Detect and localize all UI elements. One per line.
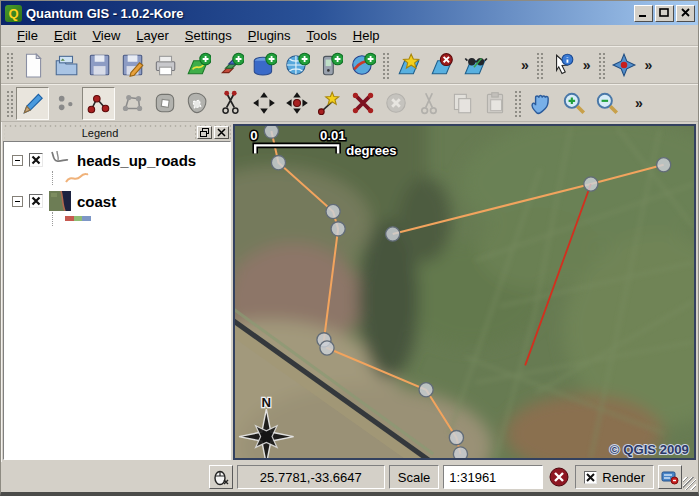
toggle-extents-button[interactable] (209, 465, 233, 489)
toolbar-grip-handle[interactable] (536, 51, 543, 79)
cut-features-icon (416, 90, 442, 116)
add-postgis-layer-icon (251, 52, 277, 78)
capture-point-icon (53, 90, 79, 116)
legend-item-heads-up-roads[interactable]: heads_up_roads (12, 150, 226, 170)
vertex-marker[interactable] (264, 126, 278, 138)
menu-help[interactable]: Help (345, 26, 388, 45)
vertex-marker[interactable] (657, 158, 671, 172)
vertex-marker[interactable] (386, 227, 400, 241)
add-gps-layer-button[interactable] (313, 49, 346, 82)
vertex-marker[interactable] (331, 222, 345, 236)
collapse-toggle-icon[interactable] (12, 196, 23, 207)
menu-view[interactable]: View (84, 26, 128, 45)
legend-close-button[interactable] (214, 126, 229, 139)
render-checkbox[interactable] (584, 471, 597, 484)
pan-map-button[interactable] (524, 87, 557, 120)
toolbar-overflow-chevron-icon[interactable]: » (517, 57, 533, 73)
menu-edit[interactable]: Edit (46, 26, 84, 45)
toolbar-grip-handle[interactable] (514, 89, 521, 117)
add-wfs-layer-button[interactable] (280, 49, 313, 82)
vertex-marker[interactable] (449, 431, 463, 445)
delete-vertex-button[interactable] (346, 87, 379, 120)
legend-float-button[interactable] (197, 126, 212, 139)
add-vertex-button[interactable] (313, 87, 346, 120)
legend-item-coast[interactable]: coast (12, 191, 226, 211)
open-project-icon (53, 52, 79, 78)
toolbar-grip-handle[interactable] (6, 89, 13, 117)
remove-layer-button[interactable] (425, 49, 458, 82)
toggle-editing-button[interactable] (16, 87, 49, 120)
window-title: Quantum GIS - 1.0.2-Kore (26, 6, 632, 21)
zoom-in-icon (561, 90, 587, 116)
close-button[interactable] (676, 5, 695, 22)
open-project-button[interactable] (49, 49, 82, 82)
zoom-out-button[interactable] (590, 87, 623, 120)
paste-features-button (478, 87, 511, 120)
zoom-in-button[interactable] (557, 87, 590, 120)
layer-visibility-checkbox[interactable] (29, 153, 43, 167)
projection-icon (661, 468, 679, 486)
legend-tree: heads_up_roads (3, 141, 231, 460)
collapse-toggle-icon[interactable] (12, 155, 23, 166)
menu-settings[interactable]: Settings (177, 26, 240, 45)
stop-render-button[interactable] (547, 465, 571, 489)
move-vertex-button[interactable] (280, 87, 313, 120)
vertex-marker[interactable] (320, 341, 334, 355)
menu-tools[interactable]: Tools (298, 26, 344, 45)
capture-line-button[interactable] (82, 87, 115, 120)
decoration-star-button[interactable] (608, 49, 641, 82)
layer-in-overview-button[interactable] (458, 49, 491, 82)
new-shapefile-layer-button[interactable] (392, 49, 425, 82)
print-button[interactable] (148, 49, 181, 82)
add-island-button[interactable] (181, 87, 214, 120)
float-panel-icon (200, 128, 209, 137)
minimize-button[interactable] (634, 5, 653, 22)
projection-button[interactable] (658, 465, 682, 489)
add-wms-layer-button[interactable] (346, 49, 379, 82)
scale-input[interactable] (443, 465, 543, 489)
capture-polygon-button[interactable] (115, 87, 148, 120)
capture-point-button[interactable] (49, 87, 82, 120)
toolbar-grip-handle[interactable] (598, 51, 605, 79)
checkmark-x-icon (586, 473, 595, 482)
layer-label[interactable]: coast (77, 193, 116, 210)
move-feature-button[interactable] (247, 87, 280, 120)
toolbar-group (3, 85, 511, 121)
move-feature-icon (251, 90, 277, 116)
identify-features-button[interactable] (546, 49, 579, 82)
vertex-marker[interactable] (271, 156, 285, 170)
maximize-button[interactable] (655, 5, 674, 22)
map-canvas[interactable]: 0 0.01 degrees N © QGIS 2009 (233, 124, 696, 460)
layer-visibility-checkbox[interactable] (29, 194, 43, 208)
add-ring-button[interactable] (148, 87, 181, 120)
legend-header[interactable]: Legend (3, 124, 231, 141)
resize-grip[interactable] (683, 477, 696, 490)
title-bar[interactable]: Q Quantum GIS - 1.0.2-Kore (1, 1, 698, 25)
menu-plugins[interactable]: Plugins (240, 26, 299, 45)
toolbar-overflow-chevron-icon[interactable]: » (631, 95, 647, 111)
vertex-marker[interactable] (584, 177, 598, 191)
vertex-marker[interactable] (419, 383, 433, 397)
pan-map-icon (528, 90, 554, 116)
new-project-button[interactable] (16, 49, 49, 82)
menu-file[interactable]: File (9, 26, 46, 45)
legend-symbol-coast (52, 212, 226, 226)
save-project-as-button[interactable] (115, 49, 148, 82)
toolbar-grip-handle[interactable] (382, 51, 389, 79)
layer-label[interactable]: heads_up_roads (77, 152, 196, 169)
render-toggle[interactable]: Render (575, 465, 654, 489)
add-postgis-layer-button[interactable] (247, 49, 280, 82)
add-ring-icon (152, 90, 178, 116)
toolbar-overflow-chevron-icon[interactable]: » (641, 57, 657, 73)
menu-layer[interactable]: Layer (128, 26, 177, 45)
delete-vertex-icon (350, 90, 376, 116)
vertex-marker[interactable] (326, 204, 340, 218)
add-raster-layer-button[interactable] (214, 49, 247, 82)
split-features-button[interactable] (214, 87, 247, 120)
save-project-button[interactable] (82, 49, 115, 82)
decoration-star-icon (611, 52, 637, 78)
vertex-marker[interactable] (453, 447, 467, 458)
add-vector-layer-button[interactable] (181, 49, 214, 82)
toolbar-grip-handle[interactable] (6, 51, 13, 79)
toolbar-overflow-chevron-icon[interactable]: » (579, 57, 595, 73)
